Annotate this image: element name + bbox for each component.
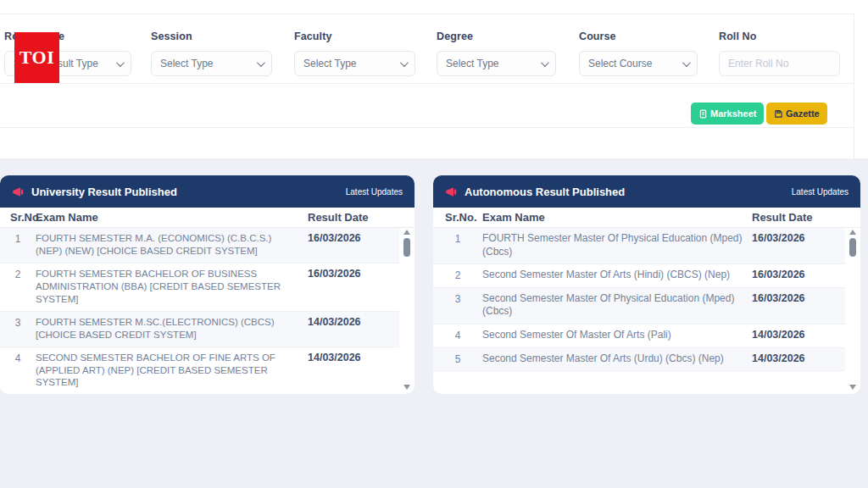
table-row: 4 Second Semester Of Master Of Arts (Pal…: [433, 324, 845, 348]
row-srno: 1: [0, 232, 36, 245]
result-date: 14/03/2026: [308, 316, 399, 328]
row-srno: 5: [433, 352, 482, 365]
exam-name-link[interactable]: FOURTH SEMESTER M.SC.(ELECTRONICS) (CBCS…: [36, 316, 308, 341]
select-value: Select Type: [446, 58, 498, 69]
column-exam-name: Exam Name: [482, 211, 752, 224]
filter-label: Session: [151, 30, 272, 42]
scroll-down-arrow-icon[interactable]: [403, 385, 410, 390]
gazette-save-icon: [774, 109, 783, 119]
column-result-date: Result Date: [308, 211, 399, 224]
table-row: 1 FOURTH Semester Master Of Physical Edu…: [433, 228, 845, 264]
chevron-down-icon: [541, 58, 549, 67]
vertical-scrollbar[interactable]: [849, 230, 857, 390]
roll-no-input[interactable]: [719, 51, 840, 76]
vertical-scrollbar[interactable]: [403, 230, 411, 390]
table-row: 2 Second Semester Master Of Arts (Hindi)…: [433, 264, 845, 288]
scroll-down-arrow-icon[interactable]: [849, 385, 856, 390]
table-row: 2 FOURTH SEMESTER BACHELOR OF BUSINESS A…: [0, 263, 399, 312]
top-filter-area: Result Type Select Result Type Session S…: [0, 0, 868, 158]
gazette-button-label: Gazette: [786, 108, 820, 119]
row-srno: 1: [433, 232, 482, 245]
table-row: 4 SECOND SEMESTER BACHELOR OF FINE ARTS …: [0, 347, 399, 394]
filter-label: Course: [579, 30, 698, 42]
exam-name-link[interactable]: FOURTH SEMESTER BACHELOR OF BUSINESS ADM…: [36, 268, 308, 306]
megaphone-icon: [12, 186, 25, 198]
course-select[interactable]: Select Course: [579, 51, 698, 76]
university-results-table[interactable]: 1 FOURTH SEMESTER M.A. (ECONOMICS) (C.B.…: [0, 228, 415, 394]
gazette-button[interactable]: Gazette: [766, 103, 827, 125]
row-srno: 2: [433, 269, 482, 281]
table-row: 3 FOURTH SEMESTER M.SC.(ELECTRONICS) (CB…: [0, 312, 399, 347]
chevron-down-icon: [257, 58, 265, 67]
filter-faculty: Faculty Select Type: [294, 30, 415, 42]
panel-header: University Result Published Latest Updat…: [0, 175, 415, 208]
exam-name-link[interactable]: FOURTH SEMESTER M.A. (ECONOMICS) (C.B.C.…: [36, 232, 308, 258]
row-srno: 4: [433, 329, 482, 341]
exam-name-link[interactable]: Second Semester Master Of Physical Educa…: [482, 292, 752, 319]
result-date: 16/03/2026: [752, 292, 845, 304]
scrollbar-thumb[interactable]: [403, 238, 410, 257]
row-srno: 3: [433, 292, 482, 305]
exam-name-link[interactable]: SECOND SEMESTER BACHELOR OF FINE ARTS OF…: [36, 352, 308, 390]
panel-title: University Result Published: [31, 186, 177, 198]
filter-label: Roll No: [719, 30, 840, 42]
filter-label: Faculty: [294, 30, 415, 42]
result-date: 16/03/2026: [752, 269, 845, 280]
exam-name-link[interactable]: Second Semester Master Of Arts (Urdu) (C…: [482, 352, 752, 366]
row-srno: 2: [0, 268, 36, 280]
filter-label: Degree: [437, 30, 556, 42]
scroll-up-arrow-icon[interactable]: [849, 230, 856, 235]
result-date: 16/03/2026: [308, 268, 399, 280]
megaphone-icon: [445, 186, 458, 198]
card-border-right: [854, 14, 854, 158]
row-srno: 3: [0, 316, 36, 329]
result-date: 16/03/2026: [752, 232, 845, 244]
filter-roll-no: Roll No: [719, 30, 840, 42]
latest-updates-label: Latest Updates: [792, 187, 849, 197]
table-row: 1 FOURTH SEMESTER M.A. (ECONOMICS) (C.B.…: [0, 228, 399, 263]
exam-name-link[interactable]: FOURTH Semester Master Of Physical Educa…: [482, 232, 752, 258]
panel-title: Autonomous Result Published: [465, 186, 625, 198]
table-column-header: Sr.No. Exam Name Result Date: [433, 208, 860, 228]
result-date: 14/03/2026: [308, 352, 399, 363]
table-row: 3 Second Semester Master Of Physical Edu…: [433, 288, 845, 324]
toi-logo-text: TOI: [19, 47, 54, 69]
column-exam-name: Exam Name: [36, 211, 308, 224]
column-result-date: Result Date: [752, 211, 845, 224]
autonomous-results-table[interactable]: 1 FOURTH Semester Master Of Physical Edu…: [433, 228, 860, 394]
latest-updates-label: Latest Updates: [346, 187, 403, 197]
toi-logo: TOI: [14, 32, 59, 83]
marksheet-button-label: Marksheet: [710, 108, 756, 119]
chevron-down-icon: [400, 58, 409, 67]
column-srno: Sr.No.: [433, 211, 482, 224]
exam-name-link[interactable]: Second Semester Of Master Of Arts (Pali): [482, 329, 752, 342]
session-select[interactable]: Select Type: [151, 51, 272, 76]
marksheet-document-icon: [698, 109, 708, 119]
filter-degree: Degree Select Type: [437, 30, 556, 42]
result-date: 16/03/2026: [308, 232, 399, 244]
table-column-header: Sr.No. Exam Name Result Date: [0, 208, 415, 228]
marksheet-button[interactable]: Marksheet: [691, 103, 764, 125]
row-srno: 4: [0, 352, 36, 364]
select-value: Select Type: [303, 58, 356, 69]
select-value: Select Type: [160, 58, 213, 69]
chevron-down-icon: [116, 58, 125, 67]
university-results-panel: University Result Published Latest Updat…: [0, 175, 415, 394]
column-srno: Sr.No.: [0, 211, 36, 224]
degree-select[interactable]: Select Type: [437, 51, 556, 76]
section-divider: [0, 127, 854, 128]
autonomous-results-panel: Autonomous Result Published Latest Updat…: [433, 175, 860, 394]
section-divider: [0, 83, 854, 84]
faculty-select[interactable]: Select Type: [294, 51, 415, 76]
card-border-top: [0, 14, 854, 14]
scroll-up-arrow-icon[interactable]: [403, 230, 410, 235]
filter-session: Session Select Type: [151, 30, 272, 42]
scrollbar-thumb[interactable]: [849, 238, 856, 257]
exam-name-link[interactable]: Second Semester Master Of Arts (Hindi) (…: [482, 269, 752, 282]
table-row: 5 Second Semester Master Of Arts (Urdu) …: [433, 348, 845, 372]
result-date: 14/03/2026: [752, 352, 845, 364]
filter-course: Course Select Course: [579, 30, 698, 42]
result-date: 14/03/2026: [752, 329, 845, 341]
panel-header: Autonomous Result Published Latest Updat…: [433, 175, 860, 208]
select-value: Select Course: [588, 58, 652, 69]
